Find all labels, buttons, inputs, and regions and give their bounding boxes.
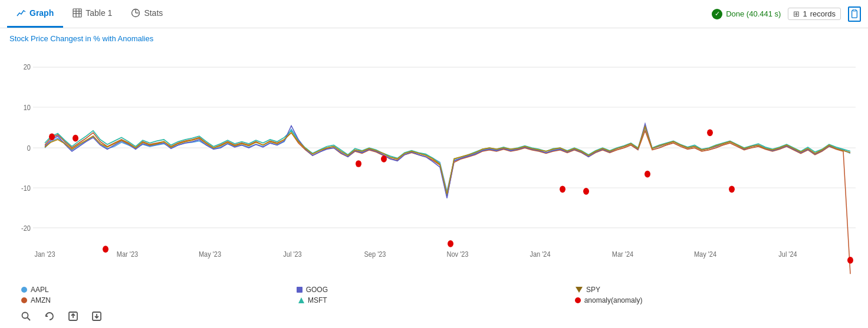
records-label: records: [810, 9, 836, 18]
legend-area: AAPL GOOG SPY A: [9, 281, 859, 306]
tab-stats[interactable]: Stats: [121, 0, 172, 28]
legend-item-spy: SPY: [576, 286, 600, 294]
top-bar: Graph Table 1 Stats ✓ D: [0, 0, 868, 28]
legend-amzn-label: AMZN: [31, 296, 51, 304]
records-badge: ⊞ 1 records: [788, 8, 841, 20]
legend-row-1: AAPL GOOG SPY: [21, 286, 859, 294]
legend-spy-triangle: [576, 287, 583, 293]
legend-item-goog: GOOG: [297, 286, 328, 294]
legend-aapl-dot: [21, 287, 27, 293]
export-button[interactable]: [66, 309, 80, 323]
tab-stats-label: Stats: [144, 8, 163, 18]
svg-point-35: [583, 188, 589, 195]
chart-title: Stock Price Changest in % with Anomalies: [9, 34, 859, 43]
legend-spy-label: SPY: [586, 286, 600, 294]
done-label: Done (40.441 s): [726, 9, 781, 18]
svg-point-31: [356, 160, 361, 167]
tab-table1[interactable]: Table 1: [63, 0, 121, 28]
main-chart-svg: 20 10 0 -10 -20 Jan '23 Mar '23 May '23 …: [9, 47, 859, 281]
legend-goog-square: [297, 287, 303, 293]
stats-icon: [131, 8, 140, 18]
svg-text:May '23: May '23: [199, 250, 221, 259]
records-count: 1: [803, 9, 807, 18]
svg-text:-10: -10: [21, 184, 31, 193]
toolbar: [9, 306, 859, 328]
chart-area: Stock Price Changest in % with Anomalies…: [0, 28, 868, 328]
legend-item-amzn: AMZN: [21, 296, 51, 304]
svg-text:Jan '24: Jan '24: [530, 250, 550, 259]
svg-line-41: [28, 318, 31, 321]
svg-rect-0: [73, 9, 81, 17]
legend-anomaly-label: anomaly(anomaly): [584, 296, 643, 304]
svg-text:Nov '23: Nov '23: [447, 250, 469, 259]
svg-point-39: [847, 257, 853, 264]
svg-point-34: [560, 185, 565, 193]
svg-point-28: [49, 133, 55, 140]
svg-point-37: [707, 129, 713, 136]
legend-goog-label: GOOG: [306, 286, 328, 294]
legend-item-aapl: AAPL: [21, 286, 49, 294]
svg-text:10: 10: [24, 103, 31, 112]
legend-row-2: AMZN MSFT anomaly(anomaly): [21, 296, 859, 304]
legend-amzn-dot: [21, 297, 27, 303]
svg-point-32: [381, 155, 387, 163]
svg-text:-20: -20: [21, 224, 31, 233]
search-button[interactable]: [19, 309, 33, 323]
svg-point-30: [103, 246, 108, 253]
svg-point-29: [73, 135, 78, 142]
svg-text:Sep '23: Sep '23: [364, 250, 386, 259]
svg-text:May '24: May '24: [694, 250, 716, 259]
svg-point-36: [645, 171, 650, 178]
clipboard-icon[interactable]: [848, 6, 861, 22]
svg-rect-6: [852, 10, 857, 17]
legend-anomaly-dot: [575, 297, 581, 303]
svg-text:Mar '24: Mar '24: [612, 250, 634, 259]
refresh-button[interactable]: [42, 309, 57, 323]
status-done: ✓ Done (40.441 s): [712, 9, 781, 19]
legend-item-anomaly: anomaly(anomaly): [575, 296, 643, 304]
svg-point-40: [22, 313, 28, 319]
tab-graph[interactable]: Graph: [7, 0, 63, 28]
legend-item-msft: MSFT: [298, 296, 327, 304]
svg-point-33: [448, 240, 453, 247]
svg-point-38: [729, 185, 735, 193]
svg-text:Mar '23: Mar '23: [117, 250, 139, 259]
table-icon: [73, 8, 82, 18]
done-check-icon: ✓: [712, 9, 722, 19]
legend-aapl-label: AAPL: [31, 286, 49, 294]
svg-text:Jul '23: Jul '23: [283, 250, 302, 259]
svg-text:Jul '24: Jul '24: [778, 250, 797, 259]
top-bar-right: ✓ Done (40.441 s) ⊞ 1 records: [712, 6, 861, 22]
tab-graph-label: Graph: [29, 8, 54, 18]
tab-table1-label: Table 1: [86, 8, 112, 18]
records-table-icon: ⊞: [793, 9, 800, 18]
legend-msft-triangle-up: [298, 297, 304, 303]
svg-text:20: 20: [24, 62, 31, 71]
chart-svg-area: 20 10 0 -10 -20 Jan '23 Mar '23 May '23 …: [9, 47, 859, 281]
chart-icon: [17, 8, 26, 18]
svg-text:0: 0: [27, 144, 31, 153]
legend-msft-label: MSFT: [308, 296, 327, 304]
download-button[interactable]: [90, 309, 104, 323]
chart-container: 20 10 0 -10 -20 Jan '23 Mar '23 May '23 …: [9, 47, 859, 328]
svg-rect-7: [853, 9, 856, 11]
svg-text:Jan '23: Jan '23: [34, 250, 55, 259]
